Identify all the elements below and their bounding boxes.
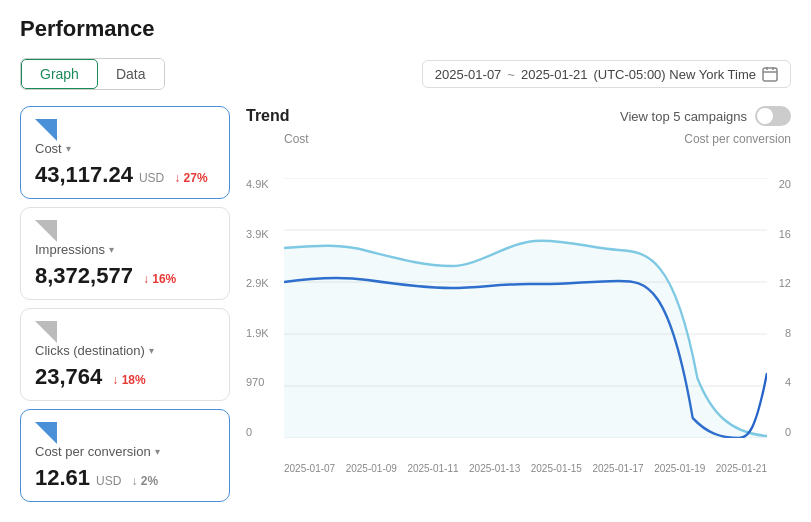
calendar-icon	[762, 66, 778, 82]
metric-card-cpc[interactable]: Cost per conversion ▾ 12.61 USD ↓ 2%	[20, 409, 230, 502]
date-timezone: (UTC-05:00) New York Time	[593, 67, 756, 82]
metric-card-impressions[interactable]: Impressions ▾ 8,372,577 ↓ 16%	[20, 207, 230, 300]
chevron-cost: ▾	[66, 143, 71, 154]
tab-graph[interactable]: Graph	[21, 59, 98, 89]
date-range-selector[interactable]: 2025-01-07 ~ 2025-01-21 (UTC-05:00) New …	[422, 60, 791, 88]
metric-label-cost: Cost ▾	[35, 141, 215, 156]
metric-card-cost[interactable]: Cost ▾ 43,117.24 USD ↓ 27%	[20, 106, 230, 199]
trend-header: Trend View top 5 campaigns	[246, 106, 791, 126]
metric-label-cpc: Cost per conversion ▾	[35, 444, 215, 459]
corner-cost	[35, 119, 57, 141]
svg-rect-0	[763, 68, 777, 81]
tab-group: Graph Data	[20, 58, 165, 90]
metric-value-impressions: 8,372,577 ↓ 16%	[35, 263, 215, 289]
corner-clicks	[35, 321, 57, 343]
x-axis: 2025-01-07 2025-01-09 2025-01-11 2025-01…	[284, 458, 767, 478]
metric-value-cost: 43,117.24 USD ↓ 27%	[35, 162, 215, 188]
metrics-panel: Cost ▾ 43,117.24 USD ↓ 27% Impressions ▾…	[20, 106, 230, 502]
date-start: 2025-01-07	[435, 67, 502, 82]
metric-change-cpc: ↓ 2%	[131, 474, 158, 488]
trend-title: Trend	[246, 107, 290, 125]
view-top-campaigns-control: View top 5 campaigns	[620, 106, 791, 126]
metric-label-impressions: Impressions ▾	[35, 242, 215, 257]
date-end: 2025-01-21	[521, 67, 588, 82]
metric-label-clicks: Clicks (destination) ▾	[35, 343, 215, 358]
toolbar: Graph Data 2025-01-07 ~ 2025-01-21 (UTC-…	[20, 58, 791, 90]
metric-value-clicks: 23,764 ↓ 18%	[35, 364, 215, 390]
view-top-campaigns-toggle[interactable]	[755, 106, 791, 126]
page-title: Performance	[20, 16, 791, 42]
chevron-impressions: ▾	[109, 244, 114, 255]
chevron-clicks: ▾	[149, 345, 154, 356]
date-tilde: ~	[507, 67, 515, 82]
y-axis-left: 4.9K 3.9K 2.9K 1.9K 970 0	[246, 178, 284, 438]
trend-panel: Trend View top 5 campaigns Cost Cost per…	[246, 106, 791, 502]
chart-col-labels: Cost Cost per conversion	[246, 132, 791, 148]
y-axis-right: 20 16 12 8 4 0	[767, 178, 791, 438]
metric-change-impressions: ↓ 16%	[143, 272, 176, 286]
corner-impressions	[35, 220, 57, 242]
tab-data[interactable]: Data	[98, 59, 164, 89]
chevron-cpc: ▾	[155, 446, 160, 457]
view-top-campaigns-label: View top 5 campaigns	[620, 109, 747, 124]
content-area: Cost ▾ 43,117.24 USD ↓ 27% Impressions ▾…	[20, 106, 791, 502]
metric-value-cpc: 12.61 USD ↓ 2%	[35, 465, 215, 491]
y-axis-right-label: Cost per conversion	[684, 132, 791, 146]
metric-change-clicks: ↓ 18%	[112, 373, 145, 387]
trend-chart-svg	[284, 178, 767, 438]
y-axis-left-label: Cost	[284, 132, 309, 146]
metric-card-clicks[interactable]: Clicks (destination) ▾ 23,764 ↓ 18%	[20, 308, 230, 401]
page-container: Performance Graph Data 2025-01-07 ~ 2025…	[0, 0, 811, 518]
metric-change-cost: ↓ 27%	[174, 171, 207, 185]
chart-area: 4.9K 3.9K 2.9K 1.9K 970 0 20 16 12 8 4 0	[246, 148, 791, 478]
corner-cpc	[35, 422, 57, 444]
